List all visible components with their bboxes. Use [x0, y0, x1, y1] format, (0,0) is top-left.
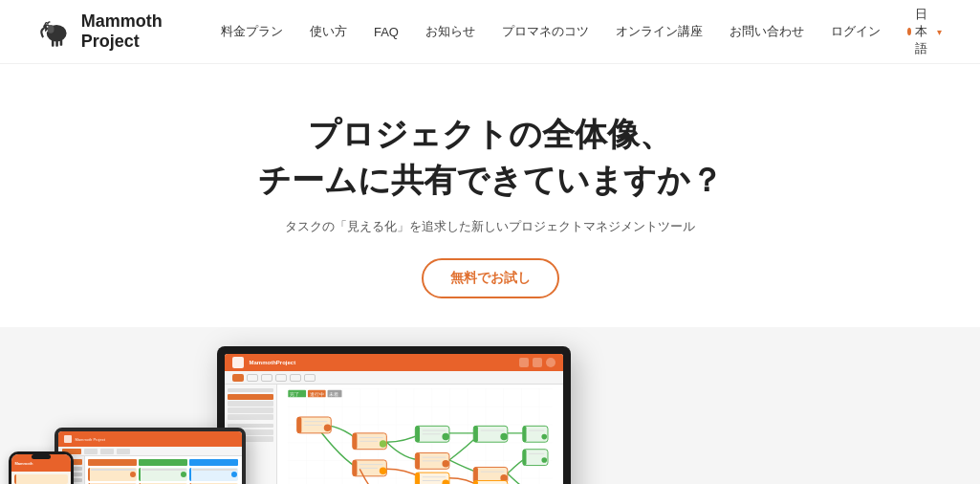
lang-label: 日本語 — [915, 6, 933, 57]
laptop-toolbar-btn-2 — [247, 374, 258, 382]
tablet-body — [58, 456, 242, 484]
nav-howto[interactable]: 使い方 — [310, 23, 347, 40]
tablet-frame: Mammoth Project — [54, 428, 246, 484]
tablet-app-header: Mammoth Project — [58, 431, 242, 447]
nav-course[interactable]: オンライン講座 — [616, 23, 703, 40]
svg-rect-35 — [415, 473, 420, 484]
kanban-col-2 — [139, 459, 187, 484]
laptop-device: MammothProject — [217, 346, 972, 484]
tablet-device: Mammoth Project — [54, 428, 246, 484]
svg-text:未着: 未着 — [329, 392, 338, 398]
tablet-toolbar — [58, 447, 242, 456]
phone-app-title: Mammoth — [15, 461, 33, 466]
svg-text:完了: 完了 — [290, 392, 299, 398]
tablet-btn-2 — [84, 449, 98, 454]
svg-point-42 — [500, 433, 507, 440]
nav-contact[interactable]: お問い合わせ — [730, 23, 804, 40]
logo-area[interactable]: Mammoth Project — [38, 11, 221, 52]
svg-rect-52 — [522, 427, 526, 443]
svg-rect-30 — [415, 453, 420, 470]
lang-switcher[interactable]: 日本語 ▾ — [907, 6, 942, 57]
svg-point-58 — [541, 457, 547, 463]
logo-text: Mammoth Project — [81, 11, 221, 52]
laptop-notif-icon — [533, 358, 542, 367]
svg-point-54 — [541, 434, 547, 440]
phone-screen-body — [11, 472, 71, 484]
phone-frame: Mammoth — [9, 451, 74, 484]
laptop-toolbar-btn-5 — [290, 374, 301, 382]
svg-rect-55 — [522, 450, 547, 466]
svg-rect-25 — [415, 427, 420, 443]
svg-point-33 — [442, 460, 448, 467]
laptop-body: 完了済み 完了 進行中 未着 — [225, 385, 563, 484]
phone-device: Mammoth — [9, 451, 74, 484]
svg-point-18 — [379, 441, 385, 448]
svg-point-6 — [48, 25, 54, 33]
laptop-search-icon — [519, 358, 529, 367]
nav-tips[interactable]: プロマネのコツ — [502, 23, 589, 40]
kanban-col-1 — [88, 459, 137, 484]
hero-subtitle: タスクの「見える化」を追求した新しいプロジェクトマネジメントツール — [19, 218, 961, 235]
tablet-screen: Mammoth Project — [58, 431, 242, 484]
flow-diagram: 完了済み 完了 進行中 未着 — [281, 388, 559, 484]
kanban-col-3 — [189, 459, 238, 484]
svg-rect-40 — [473, 427, 478, 443]
svg-rect-5 — [60, 40, 63, 46]
nav-faq[interactable]: FAQ — [374, 25, 399, 39]
laptop-screen: MammothProject — [225, 354, 563, 484]
svg-rect-51 — [522, 427, 547, 443]
svg-point-13 — [323, 425, 330, 431]
nav-pricing[interactable]: 料金プラン — [221, 23, 283, 40]
laptop-app-title: MammothProject — [250, 360, 296, 365]
svg-rect-15 — [352, 433, 357, 450]
phone-notch — [32, 454, 51, 459]
mammoth-logo-icon — [38, 14, 72, 49]
main-nav: 料金プラン 使い方 FAQ お知らせ プロマネのコツ オンライン講座 お問い合わ… — [221, 6, 942, 57]
svg-text:進行中: 進行中 — [309, 392, 323, 398]
tablet-title: Mammoth Project — [76, 437, 105, 442]
svg-rect-56 — [522, 450, 526, 466]
laptop-toolbar — [225, 371, 563, 385]
hero-title-line1: プロジェクトの全体像、 — [308, 116, 672, 152]
tablet-kanban — [85, 456, 242, 484]
devices-section: Mammoth Mammoth Proje — [0, 327, 980, 484]
nav-login[interactable]: ログイン — [831, 23, 881, 40]
laptop-main-content: 完了済み 完了 進行中 未着 — [277, 385, 563, 484]
laptop-toolbar-btn-6 — [304, 374, 316, 382]
svg-rect-4 — [55, 40, 58, 47]
svg-point-23 — [379, 468, 385, 474]
laptop-frame: MammothProject — [217, 346, 571, 484]
hero-section: プロジェクトの全体像、 チームに共有できていますか？ タスクの「見える化」を追求… — [0, 64, 980, 327]
svg-rect-3 — [52, 40, 54, 47]
tablet-btn-4 — [117, 449, 130, 454]
hero-cta-button[interactable]: 無料でお試し — [422, 258, 559, 298]
chevron-down-icon: ▾ — [937, 27, 942, 37]
laptop-app-header: MammothProject — [225, 354, 563, 371]
laptop-toolbar-btn-4 — [275, 374, 287, 382]
laptop-header-right — [519, 358, 555, 367]
laptop-app-logo — [232, 357, 244, 368]
svg-point-28 — [442, 433, 448, 440]
lang-dot-icon — [907, 28, 911, 35]
tablet-btn-3 — [100, 449, 114, 454]
svg-point-7 — [47, 26, 49, 28]
header: Mammoth Project 料金プラン 使い方 FAQ お知らせ プロマネの… — [0, 0, 980, 64]
nav-news[interactable]: お知らせ — [425, 23, 475, 40]
laptop-toolbar-btn-1 — [232, 374, 244, 382]
svg-rect-20 — [352, 460, 357, 476]
hero-title: プロジェクトの全体像、 チームに共有できていますか？ — [19, 112, 961, 203]
tablet-logo — [64, 435, 72, 443]
svg-rect-10 — [296, 417, 301, 433]
laptop-user-icon — [546, 358, 555, 367]
laptop-toolbar-btn-3 — [261, 374, 272, 382]
hero-title-line2: チームに共有できていますか？ — [258, 162, 723, 198]
